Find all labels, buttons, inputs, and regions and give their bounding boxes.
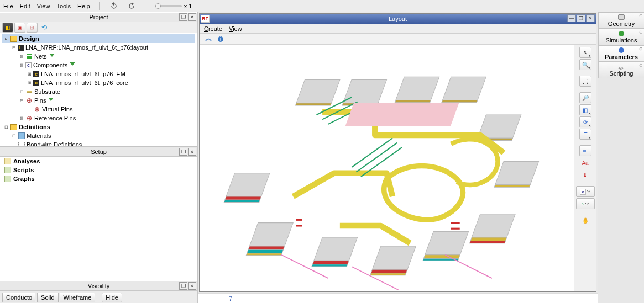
layout-restore-button[interactable]: ❐: [577, 14, 585, 22]
undo-button[interactable]: [108, 1, 119, 11]
vis-solid-button[interactable]: Solid: [37, 293, 58, 302]
visibility-close-button[interactable]: ×: [188, 282, 196, 290]
expand-icon[interactable]: ⊟: [19, 62, 24, 68]
expand-icon[interactable]: ▸: [3, 36, 9, 41]
vis-conducto-button[interactable]: Conducto: [2, 293, 35, 302]
project-close-button[interactable]: ×: [188, 13, 196, 21]
setup-scripts[interactable]: Scripts: [0, 166, 197, 174]
tree-virtual-pins[interactable]: ⊕Virtual Pins: [2, 105, 195, 114]
scripting-icon: [618, 64, 625, 70]
menu-help[interactable]: Help: [77, 3, 90, 9]
snap-icon[interactable]: [204, 35, 213, 44]
svg-rect-10: [226, 173, 270, 196]
project-refresh[interactable]: ⟲: [39, 23, 50, 33]
svg-rect-39: [345, 103, 459, 126]
filter-icon[interactable]: [48, 98, 54, 103]
wave-percent-tool[interactable]: ∿%: [576, 198, 595, 209]
expand-icon[interactable]: ⊞: [19, 115, 24, 121]
filter-icon[interactable]: [70, 62, 75, 68]
tree-bondwire[interactable]: Bondwire Definitions: [2, 140, 195, 147]
svg-rect-21: [371, 269, 407, 273]
rotate-tool[interactable]: ⟳▾: [579, 116, 591, 127]
c-percent-tool[interactable]: c%: [576, 186, 595, 197]
menu-tools[interactable]: Tools: [56, 3, 71, 9]
histogram-tool[interactable]: lılı: [579, 145, 591, 156]
project-tool-3[interactable]: ⊞: [27, 23, 38, 33]
thermal-tool[interactable]: 🌡: [579, 169, 591, 180]
tab-simulations[interactable]: ⊙Simulations: [598, 29, 644, 45]
visibility-restore-button[interactable]: ❐: [179, 282, 187, 290]
zoom-area-tool[interactable]: 🔎: [579, 92, 591, 103]
vis-wireframe-button[interactable]: Wireframe: [60, 293, 96, 302]
component-icon: c: [33, 71, 39, 77]
left-column: Project ❐ × ◧ ▣ ⊞ ⟲ ▸Design ⊟LLNA_N7RF:L…: [0, 12, 198, 303]
tree-label: Pins: [34, 97, 46, 104]
layers-tool[interactable]: ≣▾: [579, 129, 591, 140]
layout-titlebar[interactable]: RF Layout — ❐ ×: [200, 14, 596, 24]
svg-rect-22: [370, 273, 406, 275]
expand-icon[interactable]: ⊞: [19, 54, 24, 59]
geometry-icon: [618, 14, 625, 20]
project-restore-button[interactable]: ❐: [179, 13, 187, 21]
tab-scripting[interactable]: ⊙Scripting: [598, 62, 644, 78]
expand-icon[interactable]: ⊞: [27, 71, 32, 77]
tree-reference-pins[interactable]: ⊞⊕Reference Pins: [2, 114, 195, 123]
redo-button[interactable]: [126, 1, 137, 11]
hand-tool[interactable]: ✋: [579, 215, 591, 226]
tree-materials[interactable]: ⊞Materials: [2, 131, 195, 140]
vis-hide-button[interactable]: Hide: [102, 293, 122, 302]
tree-components[interactable]: ⊟cComponents: [2, 61, 195, 70]
layout-menu-create[interactable]: Create: [204, 25, 222, 32]
tree-label: Bondwire Definitions: [27, 141, 82, 147]
tree-layout-cell[interactable]: ⊟LLNA_N7RF:LNA_nmos_rf_ulvt_6t_p76:layou…: [2, 43, 195, 52]
menu-view[interactable]: View: [37, 3, 50, 9]
expand-icon[interactable]: ⊟: [11, 45, 17, 50]
tab-parameters[interactable]: ⊙Parameters: [598, 45, 644, 62]
tree-comp-em[interactable]: ⊞cLNA_nmos_rf_ulvt_6t_p76_EM: [2, 70, 195, 78]
menu-edit[interactable]: Edit: [20, 3, 30, 9]
svg-rect-30: [494, 185, 530, 187]
zoom-tool[interactable]: 🔍▾: [579, 59, 591, 70]
tree-label: LNA_N7RF:LNA_nmos_rf_ulvt_6t_p76:layout: [25, 44, 148, 51]
folder-icon: [10, 35, 17, 42]
tree-comp-core[interactable]: ⊞cLNA_nmos_rf_ulvt_6t_p76_core: [2, 78, 195, 87]
setup-close-button[interactable]: ×: [188, 148, 196, 156]
menu-file[interactable]: FFileile: [3, 3, 13, 9]
ruler: 7: [198, 293, 598, 303]
layout-minimize-button[interactable]: —: [567, 14, 576, 22]
view-cube-tool[interactable]: ◧▾: [579, 104, 591, 115]
layout-canvas[interactable]: [200, 45, 574, 291]
fit-view-tool[interactable]: ⛶: [579, 76, 591, 87]
project-tree[interactable]: ▸Design ⊟LLNA_N7RF:LNA_nmos_rf_ulvt_6t_p…: [0, 33, 197, 147]
setup-restore-button[interactable]: ❐: [179, 148, 187, 156]
expand-icon[interactable]: ⊟: [3, 124, 9, 130]
annotate-tool[interactable]: Aa: [579, 157, 591, 168]
project-tool-2[interactable]: ▣: [14, 23, 25, 33]
setup-pane[interactable]: Analyses Scripts Graphs: [0, 157, 197, 281]
tree-substrate[interactable]: ⊞Substrate: [2, 87, 195, 96]
tree-pins[interactable]: ⊞⊕Pins: [2, 96, 195, 105]
setup-analyses[interactable]: Analyses: [0, 157, 197, 166]
expand-icon[interactable]: ⊞: [19, 89, 24, 94]
expand-icon[interactable]: ⊞: [27, 80, 32, 86]
tree-nets[interactable]: ⊞Nets: [2, 52, 195, 61]
expand-icon[interactable]: ⊞: [11, 133, 17, 139]
svg-rect-18: [312, 261, 349, 264]
right-tab-column: ⊙Geometry ⊙Simulations ⊙Parameters ⊙Scri…: [598, 12, 644, 303]
project-tool-1[interactable]: ◧: [2, 23, 13, 33]
simulations-icon: [619, 31, 624, 36]
tree-definitions[interactable]: ⊟Definitions: [2, 123, 195, 131]
visibility-bar: Conducto Solid Wireframe Hide: [0, 291, 197, 303]
setup-graphs[interactable]: Graphs: [0, 174, 197, 183]
layout-menu-view[interactable]: View: [229, 25, 242, 32]
layout-menubar: Create View: [200, 24, 596, 34]
tree-design[interactable]: ▸Design: [2, 34, 195, 43]
layout-close-button[interactable]: ×: [586, 14, 595, 22]
info-icon[interactable]: i: [216, 35, 225, 44]
filter-icon[interactable]: [49, 54, 55, 59]
cursor-tool[interactable]: ↖▾: [579, 47, 591, 58]
zoom-slider[interactable]: x 1: [155, 3, 192, 9]
tab-geometry[interactable]: ⊙Geometry: [598, 12, 644, 29]
expand-icon[interactable]: ⊞: [19, 98, 24, 103]
project-toolbar: ◧ ▣ ⊞ ⟲: [0, 22, 197, 33]
